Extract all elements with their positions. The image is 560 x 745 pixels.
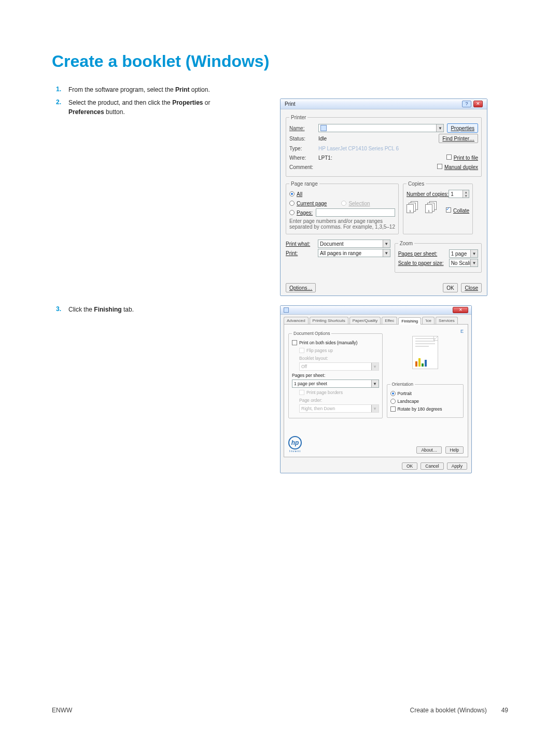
copies-spinner[interactable]: 1 ▴▾ — [449, 190, 469, 198]
landscape-label: Landscape — [398, 399, 419, 404]
copies-group: Copies Number of copies: 1 ▴▾ 3 — [403, 181, 473, 234]
copies-legend: Copies — [407, 181, 426, 187]
num-copies-label: Number of copies: — [407, 191, 449, 197]
landscape-radio[interactable] — [390, 399, 396, 404]
document-options-legend: Document Options — [292, 331, 331, 336]
page-range-group: Page range All Current page Selection Pa… — [286, 181, 399, 234]
print-to-file-checkbox[interactable] — [446, 154, 452, 160]
tab-bar: Advanced Printing Shortcuts Paper/Qualit… — [281, 315, 471, 324]
page-number: 49 — [501, 707, 508, 714]
all-radio[interactable] — [289, 191, 295, 196]
close-icon[interactable]: ✕ — [473, 101, 483, 107]
pps-value: 1 page — [451, 251, 467, 257]
printer-name-dropdown[interactable]: ▼ — [318, 124, 444, 132]
print-dropdown[interactable]: All pages in range ▼ — [318, 249, 390, 257]
step-bold2: Preferences — [68, 108, 104, 116]
pps-label: Pages per sheet: — [398, 251, 449, 257]
manual-duplex-checkbox[interactable] — [437, 164, 442, 169]
orientation-legend: Orientation — [390, 382, 415, 387]
chevron-down-icon: ▼ — [371, 380, 379, 387]
orientation-group: Orientation Portrait Landscape Rotate by… — [387, 382, 464, 418]
collate-checkbox[interactable] — [446, 207, 451, 213]
print-what-dropdown[interactable]: Document ▼ — [318, 240, 390, 248]
cancel-button[interactable]: Cancel — [421, 462, 443, 470]
page-order-value: Right, then Down — [301, 406, 335, 411]
scale-dropdown[interactable]: No Scaling ▼ — [449, 259, 478, 267]
all-label: All — [297, 191, 302, 197]
pages-label: Pages: — [297, 210, 313, 216]
step-mid: or — [203, 99, 210, 106]
tab-effects[interactable]: Effec — [382, 317, 397, 324]
ok-button[interactable]: OK — [402, 462, 417, 470]
printer-icon — [320, 125, 327, 131]
spinner-up-icon[interactable]: ▴ — [463, 190, 469, 194]
preview-header-icon: E — [460, 329, 464, 334]
where-label: Where: — [289, 155, 318, 161]
tab-advanced[interactable]: Advanced — [284, 317, 309, 324]
tab-services[interactable]: Services — [436, 317, 458, 324]
flip-pages-label: Flip pages up — [306, 348, 333, 353]
chevron-down-icon: ▼ — [371, 363, 379, 370]
tab-obscured[interactable]: 'ice — [422, 317, 435, 324]
close-button[interactable]: Close — [461, 283, 482, 292]
chevron-down-icon: ▼ — [470, 250, 478, 257]
rotate-180-checkbox[interactable] — [390, 406, 396, 412]
step-post: option. — [189, 86, 209, 93]
printer-group: Printer Name: ▼ Properties Status: — [286, 115, 482, 177]
spinner-down-icon[interactable]: ▾ — [463, 194, 469, 198]
status-label: Status: — [289, 136, 318, 142]
collate-label: Collate — [453, 208, 469, 214]
chevron-down-icon: ▼ — [383, 240, 390, 247]
dialog-title — [291, 307, 292, 313]
pages-input[interactable] — [316, 208, 395, 217]
options-button[interactable]: Options… — [286, 283, 316, 292]
close-icon[interactable]: ✕ — [453, 307, 468, 313]
copies-value: 1 — [451, 191, 454, 197]
page-range-legend: Page range — [289, 181, 319, 187]
type-value: HP LaserJet CP1410 Series PCL 6 — [318, 146, 399, 151]
pps-dropdown[interactable]: 1 page ▼ — [449, 249, 478, 258]
selection-label: Selection — [348, 201, 370, 206]
status-value: Idle — [318, 136, 327, 142]
step-bold: Properties — [172, 99, 203, 106]
current-page-radio[interactable] — [289, 201, 295, 206]
ok-button[interactable]: OK — [443, 283, 457, 292]
chevron-down-icon: ▼ — [371, 405, 379, 412]
print-what-value: Document — [320, 241, 344, 247]
footer-right-text: Create a booklet (Windows) — [410, 707, 487, 714]
step-3: 3. Click the Finishing tab. — [52, 305, 264, 314]
dialog-title: Print — [285, 101, 296, 107]
print-label: Print: — [286, 250, 318, 256]
about-button[interactable]: About… — [416, 446, 442, 454]
print-value: All pages in range — [320, 250, 361, 256]
name-label: Name: — [289, 125, 318, 131]
properties-button[interactable]: Properties — [447, 123, 478, 133]
step-number: 3. — [52, 305, 61, 313]
step-number: 1. — [52, 86, 61, 93]
help-icon[interactable]: ? — [462, 101, 471, 107]
pages-radio[interactable] — [289, 210, 295, 215]
help-button[interactable]: Help — [445, 446, 464, 454]
portrait-radio[interactable] — [390, 391, 396, 396]
pages-hint-2: separated by commas. For example, 1,3,5–… — [289, 224, 395, 230]
where-value: LPT1: — [318, 155, 332, 161]
tab-finishing[interactable]: Finishing — [398, 317, 421, 325]
printer-legend: Printer — [289, 115, 307, 120]
chevron-down-icon: ▼ — [470, 259, 478, 266]
booklet-value: Off — [301, 364, 307, 369]
apply-button[interactable]: Apply — [447, 462, 467, 470]
document-options-group: Document Options Print on both sides (ma… — [288, 331, 383, 418]
pps-dropdown[interactable]: 1 page per sheet ▼ — [292, 379, 379, 388]
page-preview — [412, 336, 438, 369]
page-footer: ENWW Create a booklet (Windows) 49 — [52, 707, 508, 714]
print-both-sides-checkbox[interactable] — [292, 340, 297, 345]
zoom-legend: Zoom — [398, 241, 415, 246]
step-post: button. — [104, 108, 125, 116]
page-title: Create a booklet (Windows) — [52, 52, 508, 71]
find-printer-button[interactable]: Find Printer… — [439, 134, 478, 143]
print-dialog: Print ? ✕ Printer Name: ▼ — [280, 99, 487, 296]
tab-paper-quality[interactable]: Paper/Quality — [349, 317, 381, 324]
tab-printing-shortcuts[interactable]: Printing Shortcuts — [310, 317, 348, 324]
hp-logo-icon: hp — [288, 436, 302, 449]
pages-hint-1: Enter page numbers and/or page ranges — [289, 218, 395, 224]
